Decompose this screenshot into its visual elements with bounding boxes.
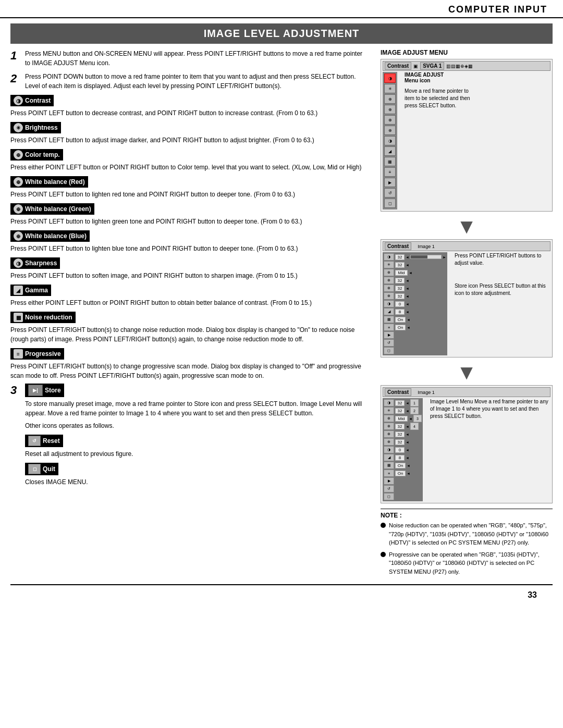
sharpness-section: ◑ Sharpness Press POINT LEFT button to s…: [10, 257, 365, 280]
menu-icon-brightness: ✳: [384, 84, 396, 93]
ili3-prog: ≡ On ◄: [384, 470, 422, 477]
wb-red-label-text: White balance (Red): [25, 178, 85, 186]
panel-annotation-2: ◑ 32 ◄ ► ✳ 32 ◄: [383, 252, 550, 355]
ili3-store: ▶: [384, 477, 422, 485]
progressive-icon: ≡: [14, 349, 23, 359]
quit-label: ◻ Quit: [25, 463, 58, 475]
image-level-menu-text: Image Level Menu Move a red frame pointe…: [430, 398, 550, 420]
menu-icon-sharp: ◑: [384, 136, 396, 145]
progressive-body: Press POINT LEFT/RIGHT button(s) to chan…: [10, 362, 365, 380]
ili-sharpness-val: 0: [395, 301, 405, 307]
sharpness-body: Press POINT LEFT button to soften image,…: [10, 271, 365, 280]
noise-reduction-label-text: Noise reduction: [25, 314, 72, 321]
ili3-brightness-icon: ✳: [384, 407, 394, 414]
step-2-text: Press POINT DOWN button to move a red fr…: [25, 72, 365, 91]
ili3-colortemp-val: Mid: [395, 416, 408, 422]
ili-brightness-icon: ✳: [384, 261, 394, 268]
sharpness-label-text: Sharpness: [25, 260, 57, 267]
ili3-wbg-arr: ◄: [406, 433, 409, 436]
menu-screenshot-3: Contrast Image 1 ◑ 32 ◄ 1 ✳ 32: [381, 385, 553, 503]
ili3-extra-1: 1: [410, 399, 419, 406]
menu-bar-icon1: ▣: [413, 64, 418, 69]
store-icon-label: Store icon Press SELECT button at this i…: [455, 283, 546, 296]
ili3-wbg-icon: ⊕: [384, 430, 394, 438]
menu-icons-col-1: ◑ ✳ ⊕ ⊕ ⊕ ⊕ ◑ ◢ ▦ ≡ ▶ ↺ ◻: [383, 72, 397, 209]
ili3-wbg-val: 32: [395, 431, 405, 437]
wb-red-body: Press POINT LEFT button to lighten red t…: [10, 190, 365, 199]
ili-wbr-val: 32: [395, 278, 405, 283]
gamma-label: ◢ Gamma: [10, 285, 51, 296]
noise-reduction-section: ▦ Noise reduction Press POINT LEFT/RIGHT…: [10, 312, 365, 344]
wb-blue-section: ⊕ White balance (Blue) Press POINT LEFT …: [10, 230, 365, 253]
ili3-prog-arr: ◄: [407, 472, 410, 475]
ili-wbg-val: 32: [395, 286, 405, 291]
ili3-extra-2: 2: [410, 407, 419, 414]
color-temp-label: ⊕ Color temp.: [10, 149, 63, 161]
gamma-section: ◢ Gamma Press either POINT LEFT button o…: [10, 285, 365, 307]
brightness-section: ✳ Brightness Press POINT LEFT button to …: [10, 122, 365, 145]
ili3-wbb: ⊕ 32 ◄: [384, 438, 422, 446]
ili-sharpness-icon: ◑: [384, 300, 394, 307]
brightness-label: ✳ Brightness: [10, 122, 61, 133]
gamma-label-text: Gamma: [25, 287, 48, 294]
progressive-label: ≡ Progressive: [10, 348, 64, 360]
noise-reduction-label: ▦ Noise reduction: [10, 312, 76, 323]
note-title: NOTE :: [381, 512, 553, 519]
menu-screenshot-2: Contrast Image 1 ◑ 32 ◄ ►: [381, 239, 553, 357]
sharpness-label: ◑ Sharpness: [10, 257, 60, 269]
ili-brightness-val: 32: [395, 262, 405, 268]
sharpness-icon: ◑: [14, 258, 23, 268]
main-content: 1 Press MENU button and ON-SCREEN MENU w…: [0, 49, 563, 579]
page-title: IMAGE LEVEL ADJUSTMENT: [10, 23, 553, 44]
menu-icon-contrast: ◑: [384, 73, 396, 83]
red-frame-pointer-text: Move a red frame pointer toitem to be se…: [405, 88, 470, 109]
menu-icon-wbr: ⊕: [384, 105, 396, 114]
ili-wbr: ⊕ 32 ◄: [384, 277, 446, 284]
menu-screenshot-1: Contrast ▣ SVGA 1 ▥▤▦⊕◈▦ ◑ ✳ ⊕ ⊕ ⊕ ⊕ ◑ ◢…: [381, 59, 553, 212]
ili-progressive-arr-l: ◄: [407, 326, 410, 329]
ili-colortemp-val: Mid: [395, 270, 408, 276]
ili-wbb-val: 32: [395, 293, 405, 299]
menu-bar-1: Contrast ▣ SVGA 1 ▥▤▦⊕◈▦: [383, 61, 550, 71]
ili-wbb-icon: ⊕: [384, 292, 394, 300]
ili-contrast-arr-r: ►: [443, 255, 446, 259]
brightness-icon: ✳: [14, 123, 23, 132]
menu-bar-2: Contrast Image 1: [383, 241, 550, 251]
brightness-body: Press POINT LEFT button to adjust image …: [10, 135, 365, 145]
step-3: 3 ▶| Store To store manually preset imag…: [10, 384, 365, 490]
page-header: COMPUTER INPUT: [0, 0, 563, 18]
ili3-brightness-val: 32: [395, 408, 405, 414]
ili-wbr-icon: ⊕: [384, 277, 394, 284]
wb-blue-body: Press POINT LEFT button to lighten blue …: [10, 244, 365, 253]
ili-gamma-val: 8: [395, 309, 405, 315]
ili-noise: ▦ On ◄: [384, 316, 446, 323]
wb-blue-label: ⊕ White balance (Blue): [10, 230, 90, 242]
color-temp-label-text: Color temp.: [25, 151, 60, 158]
ili3-sharpness-arr: ◄: [406, 448, 409, 452]
contrast-label: ◑ Contrast: [10, 95, 54, 106]
ili3-noise-val: On: [395, 463, 406, 468]
ili-reset: ↺: [384, 339, 446, 347]
wb-blue-icon: ⊕: [14, 231, 23, 241]
arrow-down-2: ▼: [381, 362, 553, 382]
gamma-body: Press either POINT LEFT button or POINT …: [10, 298, 365, 307]
ili-progressive-icon: ≡: [384, 324, 394, 331]
ili3-ct-arr: ◄: [409, 417, 412, 421]
menu-icon-gamma: ◢: [384, 146, 396, 156]
quit-body: Closes IMAGE MENU.: [25, 477, 365, 487]
header-title: COMPUTER INPUT: [448, 4, 547, 15]
ili-store-icon: ▶: [384, 331, 394, 339]
ili3-extra-4: 4: [410, 423, 419, 430]
ili3-wbb-icon: ⊕: [384, 438, 394, 446]
contrast-icon: ◑: [14, 96, 23, 105]
ili3-wbr: ⊕ 32 ◄ 4: [384, 423, 422, 430]
ili-brightness: ✳ 32 ◄: [384, 261, 446, 268]
wb-green-section: ⊕ White balance (Green) Press POINT LEFT…: [10, 203, 365, 226]
bullet-2: [381, 552, 386, 557]
note-2: Progressive can be operated when "RGB", …: [381, 550, 553, 576]
menu-icon-colortemp: ⊕: [384, 94, 396, 104]
ili-contrast-arr-l: ◄: [406, 255, 409, 259]
menu-values-col: ◑ 32 ◄ ► ✳ 32 ◄: [383, 252, 447, 355]
ili-quit: ◻: [384, 347, 446, 354]
ili3-arr: ◄: [406, 401, 409, 405]
